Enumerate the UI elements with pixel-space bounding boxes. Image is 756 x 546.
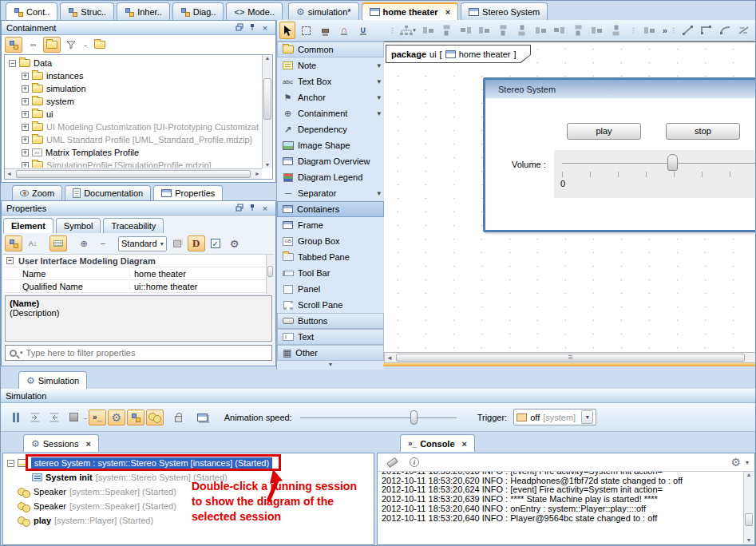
close-icon[interactable]: × [259,204,271,213]
palette-item-scroll-pane[interactable]: Scroll Pane [277,297,384,313]
info-level-button[interactable]: i [406,454,423,470]
filter-button[interactable] [62,37,80,53]
palette-item-diagram-legend[interactable]: Diagram Legend [277,169,384,185]
palette-section-common[interactable]: Common [277,42,384,57]
diagram-canvas[interactable]: package ui [ home theater ] Stereo Syste… [384,42,756,352]
palette-item-dependency[interactable]: ↗ Dependency [277,121,384,137]
tree-row[interactable]: + ui [5,108,261,121]
palette-item-diagram-overview[interactable]: Diagram Overview [277,153,384,169]
scrollbar-thumb[interactable] [267,266,273,277]
expand-expander[interactable]: + [22,85,29,93]
align-button-3[interactable] [457,22,474,38]
categorized-view-button[interactable] [5,235,22,251]
align-button-11[interactable] [608,22,624,38]
align-button-7[interactable] [532,22,549,38]
tab-documentation[interactable]: Documentation [65,185,151,200]
property-value[interactable]: home theater [129,269,274,279]
expand-nodes-button[interactable]: ⊕ [75,235,93,251]
layout-button[interactable]: ▾ [398,22,418,38]
slider-handle[interactable] [410,410,418,425]
chevron-down-icon[interactable]: ▾ [581,410,593,424]
open-diagram-button[interactable] [194,410,212,425]
align-button-2[interactable] [439,22,456,38]
palette-item-group-box[interactable]: GB Group Box [277,233,384,249]
line-style-rectilinear-button[interactable] [698,22,714,38]
containment-vertical-scrollbar[interactable]: ▲ ▼ [262,55,272,168]
filter-input[interactable] [26,348,267,358]
console-log[interactable]: 2012-10-11 18:53:20,618 INFO : [event] F… [378,472,743,544]
tab-model-extensions[interactable]: <> Mode.. [226,2,283,20]
clear-console-button[interactable] [383,454,401,470]
tab-zoom[interactable]: Zoom [12,185,62,200]
expand-expander[interactable]: + [22,136,29,144]
tab-home-theater-diagram[interactable]: home theater × [362,2,459,20]
tab-console[interactable]: »_ Console × [400,434,475,452]
expand-expander[interactable]: + [22,149,29,156]
pin-icon[interactable] [247,23,258,33]
tab-element[interactable]: Element [3,218,53,233]
tab-containment[interactable]: Cont.. [6,2,57,20]
toggle-console-button[interactable]: »_ [89,410,106,425]
close-icon[interactable]: × [445,7,450,17]
properties-mini-scrollbar[interactable] [266,255,274,294]
scroll-down-icon[interactable]: ▼ [263,162,272,168]
collapse-expander[interactable]: − [7,460,14,467]
stamp-tool-button[interactable] [316,22,334,38]
tree-row[interactable]: − Data [5,57,261,69]
expand-expander[interactable]: + [22,73,29,80]
containment-horizontal-scrollbar[interactable]: ◄ ► [5,168,262,179]
palette-item-tabbed-pane[interactable]: Tabbed Pane [277,249,384,265]
expand-expander[interactable]: + [22,162,29,168]
tree-row[interactable]: + instances [5,69,261,82]
collapse-expander[interactable]: − [6,257,14,264]
palette-item-separator[interactable]: ---- Separator ▾ [277,185,384,201]
align-button-5[interactable] [495,22,512,38]
sticky-magnet-button[interactable]: ∪ [354,22,372,38]
palette-item-anchor[interactable]: ⚑ Anchor ▾ [277,89,384,105]
palette-overflow-icon[interactable]: ▾ [277,361,384,368]
palette-section-containers[interactable]: Containers [277,201,384,217]
select-tool-button[interactable] [279,22,295,39]
open-scope-button[interactable] [91,37,109,53]
pause-button[interactable] [7,410,25,425]
align-button-4[interactable] [477,22,493,38]
expand-expander[interactable]: + [22,124,29,131]
tab-structure[interactable]: Struc.. [60,2,114,20]
expand-tree-button[interactable] [5,37,22,53]
slider-track[interactable] [300,417,457,418]
magnet-tool-button[interactable]: ∩ [335,22,353,38]
scrollbar-thumb[interactable]: ☰ [396,354,745,362]
close-icon[interactable]: × [462,439,467,449]
property-value[interactable]: ui::home theater [129,282,274,291]
tab-diagrams[interactable]: Diag.. [172,2,224,20]
chevron-down-icon[interactable]: ▾ [746,459,749,466]
lock-button[interactable] [170,410,188,425]
tab-inheritance[interactable]: Inher.. [117,2,170,20]
palette-item-image-shape[interactable]: Image Shape [277,137,384,153]
align-button-1[interactable] [420,22,437,38]
collapse-all-button[interactable]: «» [24,37,42,53]
expand-expander[interactable]: + [22,111,29,118]
tab-simulation-diagram[interactable]: ⚙ simulation* [288,2,359,20]
align-button-8[interactable] [552,22,568,38]
align-button-9[interactable] [570,22,587,38]
close-icon[interactable]: × [85,439,90,449]
terminate-button[interactable] [65,410,82,425]
tree-row[interactable]: + system [5,95,261,108]
line-jumps-button[interactable] [735,22,752,38]
palette-section-buttons[interactable]: Buttons [277,313,384,329]
property-mode-dropdown[interactable]: Standard ▾ [118,236,167,251]
chevron-down-icon[interactable]: ▾ [377,93,381,101]
expand-expander[interactable]: + [22,98,29,105]
more-tools-icon[interactable]: » [663,26,667,35]
show-auxiliary-button[interactable] [43,37,61,53]
palette-section-other[interactable]: ▦ Other [277,345,384,361]
sort-alphabetic-button[interactable]: A↓ [24,235,42,251]
palette-item-containment[interactable]: ⊕ Containment ▾ [277,105,384,121]
scroll-up-icon[interactable]: ▲ [744,472,754,477]
stereo-frame-titlebar[interactable]: Stereo System [485,80,756,98]
close-icon[interactable]: × [259,23,271,33]
show-description-button[interactable] [49,235,67,251]
chevron-down-icon[interactable]: ▾ [377,61,381,69]
scroll-left-icon[interactable]: ◄ [386,354,393,362]
